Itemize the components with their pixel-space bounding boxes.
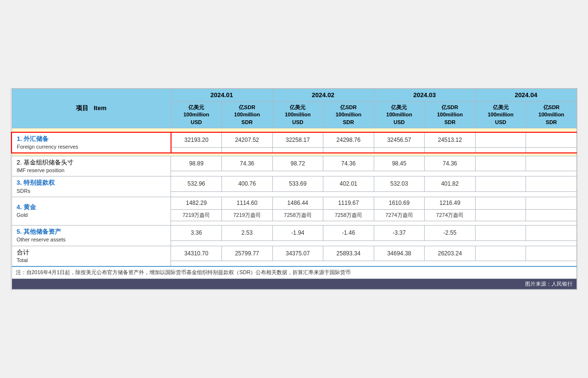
- row4-usd-04: [475, 197, 526, 209]
- row-gold-a: 4. 黄金 Gold 1482.29 1114.60 1486.44 1119.…: [12, 197, 577, 209]
- unit-usd-03: 亿美元100millionUSD: [374, 102, 425, 128]
- source-row: 图片来源：人民银行: [12, 278, 577, 289]
- row4-sdr-04: [526, 197, 577, 209]
- source-text: 图片来源：人民银行: [12, 278, 577, 289]
- row1b-sdr-01: [221, 148, 272, 153]
- row5-sdr-02: -1.46: [323, 226, 374, 241]
- unit-sdr-02: 亿SDR100millionSDR: [323, 102, 374, 128]
- row5-sdr-01: 2.53: [221, 226, 272, 241]
- row2-sdr-03: 74.36: [425, 156, 476, 171]
- row4-sdr-03: 1216.49: [425, 197, 476, 209]
- row2-usd-04: [475, 156, 526, 171]
- row3-sdr-03: 401.82: [425, 176, 476, 192]
- row1b-sdr-04: [526, 148, 577, 153]
- rowtotal-sdr-04: [526, 246, 577, 261]
- item-2-label: 2. 基金组织储备头寸 IMF reserve position: [12, 156, 171, 176]
- row5-sdr-04: [526, 226, 577, 241]
- row-imf-a: 2. 基金组织储备头寸 IMF reserve position 98.89 7…: [12, 156, 577, 171]
- row2-usd-01: 98.89: [171, 156, 222, 171]
- row4b-sdr-04: [526, 209, 577, 221]
- row1b-usd-02: [272, 148, 323, 153]
- unit-sdr-04: 亿SDR100millionSDR: [526, 102, 577, 128]
- year-2024-03: 2024.03: [374, 88, 475, 101]
- row1-usd-02: 32258.17: [272, 132, 323, 148]
- row1-sdr-04: [526, 132, 577, 148]
- row3-sdr-01: 400.76: [221, 176, 272, 192]
- rowtotal-usd-04: [475, 246, 526, 261]
- row4b-usd-01: 7219万盎司: [171, 209, 222, 221]
- row3-usd-01: 532.96: [171, 176, 222, 192]
- year-2024-01: 2024.01: [171, 88, 272, 101]
- spacer-row: [12, 128, 577, 132]
- row2-sdr-01: 74.36: [221, 156, 272, 171]
- row4b-sdr-01: 7219万盎司: [221, 209, 272, 221]
- unit-usd-04: 亿美元100millionUSD: [475, 102, 526, 128]
- row4b-sdr-02: 7258万盎司: [323, 209, 374, 221]
- row4b-sdr-03: 7274万盎司: [425, 209, 476, 221]
- item-5-label: 5. 其他储备资产 Other reserve assets: [12, 226, 171, 246]
- unit-usd-02: 亿美元100millionUSD: [272, 102, 323, 128]
- row4b-usd-03: 7274万盎司: [374, 209, 425, 221]
- row3-usd-03: 532.03: [374, 176, 425, 192]
- row5-usd-03: -3.37: [374, 226, 425, 241]
- row4-sdr-02: 1119.67: [323, 197, 374, 209]
- row-foreign-currency-a: 1. 外汇储备 Foreign currency reserves 32193.…: [12, 132, 577, 148]
- note-text: 注：自2016年4月1日起，除按美元公布官方储备资产外，增加以国际货币基金组织特…: [12, 266, 577, 278]
- item-total-label: 合计 Total: [12, 246, 171, 266]
- row4b-usd-04: [475, 209, 526, 221]
- row4-usd-03: 1610.69: [374, 197, 425, 209]
- year-2024-04: 2024.04: [475, 88, 576, 101]
- row1-usd-04: [475, 132, 526, 148]
- row3-usd-04: [475, 176, 526, 192]
- row5-usd-02: -1.94: [272, 226, 323, 241]
- row-total-a: 合计 Total 34310.70 25799.77 34375.07 2589…: [12, 246, 577, 261]
- row2-sdr-02: 74.36: [323, 156, 374, 171]
- item-3-label: 3. 特别提款权 SDRs: [12, 176, 171, 197]
- row2-usd-03: 98.45: [374, 156, 425, 171]
- row1-usd-03: 32456.57: [374, 132, 425, 148]
- row5-usd-01: 3.36: [171, 226, 222, 241]
- row1b-usd-03: [374, 148, 425, 153]
- row-other-a: 5. 其他储备资产 Other reserve assets 3.36 2.53…: [12, 226, 577, 241]
- main-container: 项目 Item 2024.01 2024.02 2024.03 2024.04 …: [11, 88, 577, 290]
- unit-usd-01: 亿美元100millionUSD: [171, 102, 222, 128]
- row5-sdr-03: -2.55: [425, 226, 476, 241]
- rowtotal-sdr-01: 25799.77: [221, 246, 272, 261]
- year-2024-02: 2024.02: [272, 88, 374, 101]
- row-sdr-a: 3. 特别提款权 SDRs 532.96 400.76 533.69 402.0…: [12, 176, 577, 192]
- row1-sdr-02: 24298.76: [323, 132, 374, 148]
- row3-usd-02: 533.69: [272, 176, 323, 192]
- row1-sdr-03: 24513.12: [425, 132, 476, 148]
- item-1-label: 1. 外汇储备 Foreign currency reserves: [12, 132, 171, 153]
- item-header: 项目 Item: [12, 88, 171, 128]
- rowtotal-usd-02: 34375.07: [272, 246, 323, 261]
- row5-usd-04: [475, 226, 526, 241]
- rowtotal-usd-01: 34310.70: [171, 246, 222, 261]
- note-row: 注：自2016年4月1日起，除按美元公布官方储备资产外，增加以国际货币基金组织特…: [12, 266, 577, 278]
- row4-sdr-01: 1114.60: [221, 197, 272, 209]
- row1b-usd-04: [475, 148, 526, 153]
- rowtotal-usd-03: 34694.38: [374, 246, 425, 261]
- row1-usd-01: 32193.20: [171, 132, 222, 148]
- row4b-usd-02: 7258万盎司: [272, 209, 323, 221]
- row3-sdr-02: 402.01: [323, 176, 374, 192]
- row1b-sdr-03: [425, 148, 476, 153]
- rowtotal-sdr-02: 25893.34: [323, 246, 374, 261]
- unit-sdr-01: 亿SDR100millionSDR: [221, 102, 272, 128]
- row3-sdr-04: [526, 176, 577, 192]
- row1-sdr-01: 24207.52: [221, 132, 272, 148]
- row4-usd-01: 1482.29: [171, 197, 222, 209]
- row1b-usd-01: [171, 148, 222, 153]
- rowtotal-sdr-03: 26203.24: [425, 246, 476, 261]
- item-4-label: 4. 黄金 Gold: [12, 197, 171, 225]
- row1b-sdr-02: [323, 148, 374, 153]
- row2-sdr-04: [526, 156, 577, 171]
- row4-usd-02: 1486.44: [272, 197, 323, 209]
- row2-usd-02: 98.72: [272, 156, 323, 171]
- unit-sdr-03: 亿SDR100millionSDR: [425, 102, 476, 128]
